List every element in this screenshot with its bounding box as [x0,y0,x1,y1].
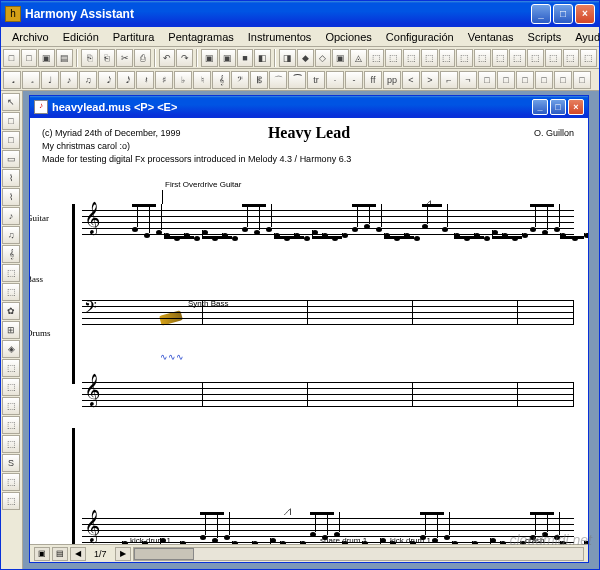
score-canvas[interactable]: (c) Myriad 24th of December, 1999 My chr… [30,118,588,544]
tool-button[interactable]: ⊞ [2,321,20,339]
notation-button[interactable]: 𝅘𝅥𝅯 [117,71,135,89]
toolbar-button[interactable]: ▣ [38,49,55,67]
notation-button[interactable]: □ [497,71,515,89]
toolbar-button[interactable]: ⬚ [509,49,526,67]
tool-button[interactable]: ⌇ [2,169,20,187]
toolbar-button[interactable]: ⎗ [99,49,116,67]
notation-button[interactable]: pp [383,71,401,89]
toolbar-button[interactable]: ◆ [297,49,314,67]
toolbar-button[interactable]: ⬚ [474,49,491,67]
tool-button[interactable]: ▭ [2,150,20,168]
status-btn-4[interactable]: ▶ [115,547,131,561]
toolbar-button[interactable]: □ [21,49,38,67]
toolbar-button[interactable]: ▤ [56,49,73,67]
notation-button[interactable]: 𝅗 [22,71,40,89]
toolbar-button[interactable]: ⬚ [492,49,509,67]
toolbar-button[interactable]: ⎙ [134,49,151,67]
staff-bass[interactable]: 𝄢 [82,300,574,328]
notation-button[interactable]: · [326,71,344,89]
menu-archivo[interactable]: Archivo [5,29,56,45]
toolbar-button[interactable]: ⬚ [580,49,597,67]
tool-button[interactable]: ↖ [2,93,20,111]
notation-button[interactable]: ♪ [60,71,78,89]
menu-ventanas[interactable]: Ventanas [461,29,521,45]
toolbar-button[interactable]: ◧ [254,49,271,67]
toolbar-button[interactable]: ▣ [332,49,349,67]
notation-button[interactable]: 𝅘𝅥𝅮 [98,71,116,89]
status-btn-1[interactable]: ▣ [34,547,50,561]
horizontal-scrollbar[interactable] [133,547,584,561]
tool-button[interactable]: ◈ [2,340,20,358]
toolbar-button[interactable]: ◬ [350,49,367,67]
toolbar-button[interactable]: □ [3,49,20,67]
toolbar-button[interactable]: ⎘ [81,49,98,67]
tool-button[interactable]: ⬚ [2,283,20,301]
notation-button[interactable]: ⌐ [440,71,458,89]
main-titlebar[interactable]: h Harmony Assistant _ □ × [1,1,599,27]
tool-button[interactable]: ⬚ [2,397,20,415]
toolbar-button[interactable]: ■ [237,49,254,67]
toolbar-button[interactable]: ▣ [201,49,218,67]
notation-button[interactable]: ff [364,71,382,89]
tool-button[interactable]: ⬚ [2,435,20,453]
notation-button[interactable]: > [421,71,439,89]
tool-button[interactable]: ⬚ [2,378,20,396]
tool-button[interactable]: ♫ [2,226,20,244]
maximize-button[interactable]: □ [553,4,573,24]
tool-button[interactable]: ⌇ [2,188,20,206]
notation-button[interactable]: 𝄽 [136,71,154,89]
notation-button[interactable]: □ [554,71,572,89]
menu-partitura[interactable]: Partitura [106,29,162,45]
tool-button[interactable]: □ [2,131,20,149]
tool-button[interactable]: ⬚ [2,359,20,377]
toolbar-button[interactable]: ↷ [176,49,193,67]
menu-edicion[interactable]: Edición [56,29,106,45]
notation-button[interactable]: 𝄞 [212,71,230,89]
menu-pentagramas[interactable]: Pentagramas [161,29,240,45]
toolbar-button[interactable]: ◨ [279,49,296,67]
notation-button[interactable]: ♮ [193,71,211,89]
tool-button[interactable]: ⬚ [2,492,20,510]
tool-button[interactable]: 𝄞 [2,245,20,263]
notation-button[interactable]: □ [478,71,496,89]
menu-configuracion[interactable]: Configuración [379,29,461,45]
toolbar-button[interactable]: ⬚ [545,49,562,67]
toolbar-button[interactable]: ◇ [315,49,332,67]
toolbar-button[interactable]: ▣ [219,49,236,67]
tool-button[interactable]: S [2,454,20,472]
status-btn-3[interactable]: ◀ [70,547,86,561]
notation-button[interactable]: ¬ [459,71,477,89]
notation-button[interactable]: □ [516,71,534,89]
toolbar-button[interactable]: ⬚ [439,49,456,67]
toolbar-button[interactable]: ⬚ [456,49,473,67]
tool-button[interactable]: ⬚ [2,416,20,434]
tool-button[interactable]: □ [2,112,20,130]
menu-ayuda[interactable]: Ayuda [568,29,600,45]
tool-button[interactable]: ♪ [2,207,20,225]
toolbar-button[interactable]: ↶ [159,49,176,67]
toolbar-button[interactable]: ⬚ [527,49,544,67]
notation-button[interactable]: 𝄢 [231,71,249,89]
notation-button[interactable]: ♯ [155,71,173,89]
tool-button[interactable]: ⬚ [2,264,20,282]
toolbar-button[interactable]: ⬚ [385,49,402,67]
doc-minimize-button[interactable]: _ [532,99,548,115]
notation-button[interactable]: < [402,71,420,89]
toolbar-button[interactable]: ⬚ [563,49,580,67]
status-btn-2[interactable]: ▤ [52,547,68,561]
notation-button[interactable]: ♭ [174,71,192,89]
toolbar-button[interactable]: ✂ [116,49,133,67]
notation-button[interactable]: □ [535,71,553,89]
toolbar-button[interactable]: ⬚ [368,49,385,67]
staff-guitar[interactable]: 𝄞 ⩘ [82,210,574,238]
notation-button[interactable]: 𝄡 [250,71,268,89]
staff-drums[interactable]: 𝄞 [82,382,574,410]
notation-button[interactable]: 𝅘 [3,71,21,89]
notation-button[interactable]: □ [573,71,591,89]
toolbar-button[interactable]: ⬚ [421,49,438,67]
notation-button[interactable]: tr [307,71,325,89]
notation-button[interactable]: ⁀ [288,71,306,89]
notation-button[interactable]: - [345,71,363,89]
toolbar-button[interactable]: ⬚ [403,49,420,67]
menu-instrumentos[interactable]: Instrumentos [241,29,319,45]
